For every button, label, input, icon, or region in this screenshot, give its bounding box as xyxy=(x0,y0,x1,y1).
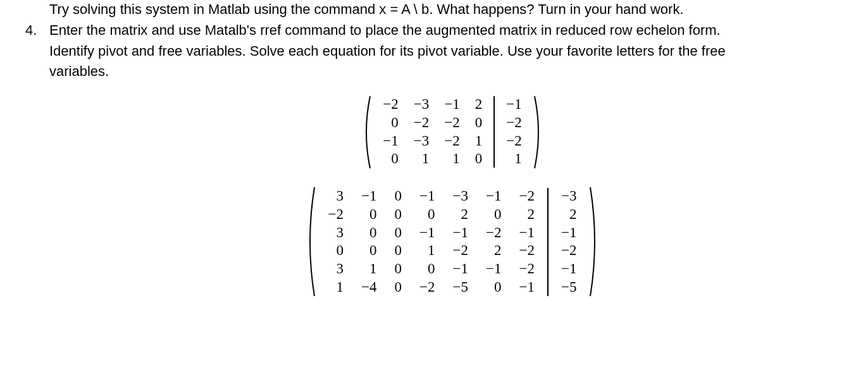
left-paren-icon xyxy=(361,93,371,171)
augmented-matrix-1: −2−3−120−2−20−1−3−210110 −1−2−21 xyxy=(361,93,543,171)
matrix-cell: −2 xyxy=(477,224,510,242)
matrix-cell: 0 xyxy=(352,206,385,224)
matrix-cell: 1 xyxy=(406,150,437,168)
matrix-cell: −2 xyxy=(499,132,529,151)
q4-line3: variables. xyxy=(49,62,855,82)
left-paren-icon xyxy=(304,185,316,299)
matrix-cell: −2 xyxy=(375,96,406,114)
matrix-cell: −2 xyxy=(552,242,585,260)
q4-line1: Enter the matrix and use Matalb's rref c… xyxy=(49,21,855,40)
matrix-cell: 1 xyxy=(319,278,352,297)
matrix-cell: −1 xyxy=(510,278,543,297)
q4-line2: Identify pivot and free variables. Solve… xyxy=(49,42,855,61)
matrix-cell: 0 xyxy=(386,206,411,224)
matrix-cell: −2 xyxy=(510,260,543,278)
matrix-cell: 0 xyxy=(477,278,510,297)
matrix-cell: −2 xyxy=(499,114,529,132)
matrix-cell: −1 xyxy=(477,187,510,206)
matrix-cell: −1 xyxy=(499,96,529,114)
matrix-cell: 0 xyxy=(386,187,411,206)
matrix-cell: 1 xyxy=(411,242,443,260)
matrix-cell: −1 xyxy=(510,224,543,242)
intro-text: Try solving this system in Matlab using … xyxy=(49,0,855,20)
matrix-cell: −1 xyxy=(552,224,585,242)
matrix-cell: −2 xyxy=(437,132,467,151)
matrix-cell: −3 xyxy=(406,132,437,151)
matrix-cell: 1 xyxy=(499,150,529,168)
matrix-cell: 0 xyxy=(386,242,411,260)
matrix-cell: 0 xyxy=(375,114,406,132)
item-number: 4. xyxy=(25,21,37,40)
matrix-1-block: −2−3−120−2−20−1−3−210110 −1−2−21 xyxy=(49,93,855,171)
matrix-cell: 1 xyxy=(352,260,385,278)
matrix-cell: −2 xyxy=(444,242,477,260)
matrix-cell: −1 xyxy=(411,187,443,206)
matrix-2-block: 3−10−1−3−1−2−2000202300−1−1−2−10001−22−2… xyxy=(49,185,855,299)
matrix-2-right: −32−1−2−1−5 xyxy=(549,185,589,299)
right-paren-icon xyxy=(533,93,543,171)
matrix-cell: 3 xyxy=(319,260,352,278)
matrix-cell: −4 xyxy=(352,278,385,297)
matrix-cell: −2 xyxy=(510,187,543,206)
matrix-cell: −3 xyxy=(444,187,477,206)
matrix-cell: −1 xyxy=(444,260,477,278)
matrix-cell: −1 xyxy=(437,96,467,114)
matrix-cell: −2 xyxy=(406,114,437,132)
matrix-cell: −5 xyxy=(444,278,477,297)
matrix-cell: −3 xyxy=(406,96,437,114)
matrix-cell: −1 xyxy=(477,260,510,278)
matrix-cell: 0 xyxy=(477,206,510,224)
matrix-cell: 2 xyxy=(477,242,510,260)
matrix-cell: −5 xyxy=(552,278,585,297)
matrix-cell: 3 xyxy=(319,224,352,242)
matrix-cell: 0 xyxy=(386,260,411,278)
matrix-cell: −2 xyxy=(510,242,543,260)
matrix-cell: −1 xyxy=(411,224,443,242)
matrix-1-right: −1−2−21 xyxy=(495,93,533,171)
matrix-cell: 0 xyxy=(319,242,352,260)
matrix-cell: 1 xyxy=(468,132,490,151)
matrix-cell: −1 xyxy=(375,132,406,151)
matrix-cell: 3 xyxy=(319,187,352,206)
matrix-cell: −2 xyxy=(437,114,467,132)
matrix-cell: −1 xyxy=(352,187,385,206)
matrix-cell: −3 xyxy=(552,187,585,206)
matrix-cell: −2 xyxy=(319,206,352,224)
matrix-cell: 2 xyxy=(444,206,477,224)
matrix-cell: 2 xyxy=(552,206,585,224)
right-paren-icon xyxy=(589,185,600,299)
matrix-cell: −1 xyxy=(552,260,585,278)
question-4: 4. Enter the matrix and use Matalb's rre… xyxy=(49,21,855,82)
matrix-cell: 0 xyxy=(375,150,406,168)
matrix-cell: 0 xyxy=(468,114,490,132)
matrix-cell: 1 xyxy=(437,150,467,168)
matrix-cell: −2 xyxy=(411,278,443,297)
matrix-cell: 0 xyxy=(411,206,443,224)
matrix-cell: 0 xyxy=(386,278,411,297)
matrix-cell: 0 xyxy=(386,224,411,242)
matrix-cell: 2 xyxy=(510,206,543,224)
matrix-cell: 0 xyxy=(352,242,385,260)
document-content: Try solving this system in Matlab using … xyxy=(0,0,868,299)
matrix-2-left: 3−10−1−3−1−2−2000202300−1−1−2−10001−22−2… xyxy=(316,185,547,299)
matrix-cell: 0 xyxy=(411,260,443,278)
matrix-1-left: −2−3−120−2−20−1−3−210110 xyxy=(371,93,493,171)
matrix-cell: 0 xyxy=(468,150,490,168)
augmented-matrix-2: 3−10−1−3−1−2−2000202300−1−1−2−10001−22−2… xyxy=(304,185,601,299)
matrix-cell: 2 xyxy=(468,96,490,114)
matrix-cell: −1 xyxy=(444,224,477,242)
matrix-cell: 0 xyxy=(352,224,385,242)
